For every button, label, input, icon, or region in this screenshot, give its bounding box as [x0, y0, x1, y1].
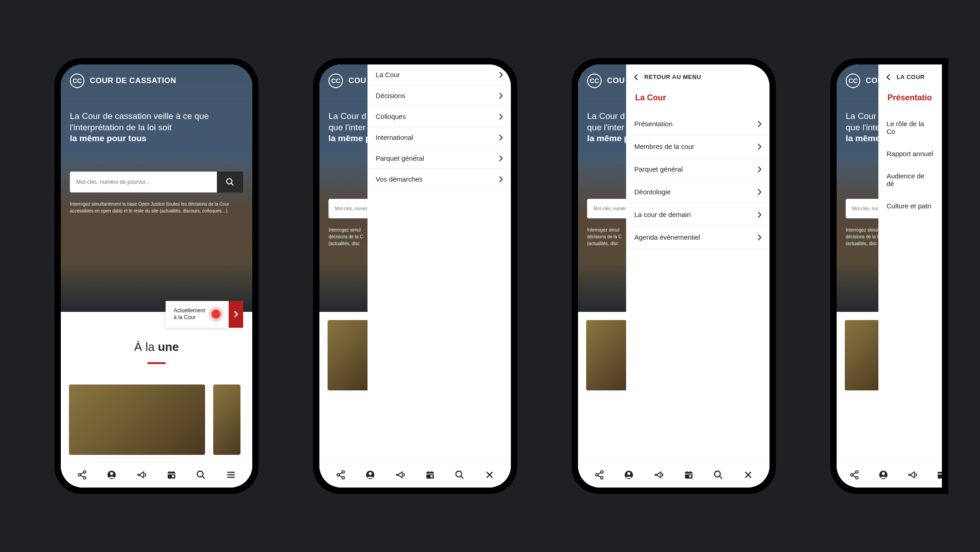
svg-point-54: [856, 476, 858, 479]
svg-point-32: [456, 471, 462, 477]
menu-back-label: LA COUR: [897, 74, 925, 80]
svg-line-49: [720, 476, 722, 478]
menu-item-parquet[interactable]: Parquet général: [368, 148, 511, 169]
menu-section-title: La Cour: [626, 88, 769, 113]
svg-line-56: [853, 475, 856, 477]
phone-mockup-4: CCCOU La Cour dque l'interla même p Inte…: [830, 58, 948, 494]
svg-line-23: [339, 472, 342, 474]
svg-point-21: [337, 473, 340, 476]
menu-item-membres[interactable]: Membres de la cour: [626, 135, 769, 158]
live-label-1: Actuellement: [174, 307, 205, 314]
live-card-arrow[interactable]: [229, 301, 243, 328]
news-card: [328, 320, 368, 390]
calendar-icon[interactable]: [936, 469, 942, 480]
user-icon[interactable]: [878, 469, 888, 480]
menu-item-demarches[interactable]: Vos démarches: [368, 169, 511, 190]
menu-item-international[interactable]: International: [368, 127, 511, 148]
brand-logo-icon: CC: [846, 74, 860, 88]
svg-line-16: [202, 476, 205, 478]
tagline-line-2: la même pour tous: [70, 133, 147, 143]
menu-item-deontologie[interactable]: Déontologie: [626, 181, 769, 203]
screen: CCCOU La Cour dque l'interla même p Inte…: [578, 64, 769, 488]
bottom-nav: [319, 461, 511, 488]
search-icon[interactable]: [454, 469, 465, 480]
svg-line-6: [81, 475, 83, 477]
svg-rect-45: [689, 475, 691, 477]
menu-item-audience[interactable]: Audience de dé: [878, 165, 942, 195]
news-section: À la une Mme: [61, 312, 252, 455]
menu-back-button[interactable]: RETOUR AU MENU: [626, 64, 769, 88]
close-icon[interactable]: [743, 469, 754, 480]
hero-section: CC COUR DE CASSATION La Cour de cassatio…: [61, 64, 252, 312]
menu-back-label: RETOUR AU MENU: [644, 74, 701, 80]
chevron-left-icon: [887, 74, 890, 80]
search-bar: [70, 172, 243, 192]
news-card[interactable]: [69, 384, 205, 455]
svg-point-15: [197, 471, 203, 477]
svg-point-58: [882, 472, 885, 475]
megaphone-icon[interactable]: [907, 469, 917, 480]
menu-item-cour-demain[interactable]: La cour de demain: [626, 203, 769, 226]
svg-rect-59: [938, 472, 942, 478]
share-icon[interactable]: [849, 469, 859, 480]
bottom-nav: [61, 461, 252, 488]
chevron-right-icon: [758, 189, 761, 195]
search-icon[interactable]: [713, 469, 724, 480]
bottom-nav: [837, 461, 942, 488]
chevron-right-icon: [758, 121, 761, 127]
menu-item-presentation[interactable]: Présentation: [626, 113, 769, 135]
chevron-right-icon: [758, 234, 761, 241]
svg-line-39: [598, 472, 601, 474]
menu-item-colloques[interactable]: Colloques: [368, 106, 511, 127]
screen: CCCOU La Cour dque l'interla même p Inte…: [837, 64, 942, 488]
chevron-right-icon: [758, 212, 761, 218]
menu-item-decisions[interactable]: Décisions: [368, 85, 511, 106]
chevron-left-icon: [634, 74, 638, 80]
svg-point-26: [369, 472, 372, 475]
svg-point-53: [851, 473, 853, 476]
news-card[interactable]: Mme: [213, 384, 240, 455]
user-icon[interactable]: [623, 469, 634, 480]
close-icon[interactable]: [484, 469, 495, 480]
menu-drawer: RETOUR AU MENU La Cour Présentation Memb…: [626, 64, 769, 461]
svg-line-24: [339, 475, 342, 477]
share-icon[interactable]: [77, 469, 88, 480]
svg-point-48: [715, 471, 720, 477]
calendar-icon[interactable]: [166, 469, 177, 480]
menu-icon[interactable]: [225, 469, 236, 480]
screen: CCCOU La Cour dque l'interla même p Inte…: [319, 64, 511, 488]
menu-item-culture[interactable]: Culture et patri: [878, 195, 942, 217]
svg-point-0: [227, 179, 232, 184]
svg-line-5: [81, 472, 83, 474]
share-icon[interactable]: [594, 469, 605, 480]
phone-mockup-3: CCCOU La Cour dque l'interla même p Inte…: [572, 58, 776, 494]
user-icon[interactable]: [106, 469, 117, 480]
svg-point-37: [596, 473, 598, 476]
svg-point-36: [601, 470, 603, 473]
menu-item-agenda[interactable]: Agenda évènementiel: [626, 226, 769, 249]
chevron-right-icon: [499, 93, 503, 99]
calendar-icon[interactable]: [683, 469, 694, 480]
menu-item-rapport[interactable]: Rapport annuel: [878, 143, 942, 165]
calendar-icon[interactable]: [425, 469, 436, 480]
live-card[interactable]: Actuellement à la Cour: [166, 301, 243, 328]
menu-back-button[interactable]: LA COUR: [878, 64, 942, 88]
menu-item-role[interactable]: Le rôle de la Co: [878, 113, 942, 143]
svg-point-38: [601, 476, 603, 479]
menu-item-la-cour[interactable]: La Cour: [368, 64, 511, 85]
share-icon[interactable]: [335, 469, 346, 480]
app-header: CC COUR DE CASSATION: [70, 74, 243, 88]
megaphone-icon[interactable]: [136, 469, 147, 480]
search-button[interactable]: [217, 172, 243, 192]
news-card: [586, 320, 627, 390]
user-icon[interactable]: [365, 469, 376, 480]
menu-item-parquet[interactable]: Parquet général: [626, 158, 769, 181]
search-input[interactable]: [70, 172, 217, 192]
megaphone-icon[interactable]: [653, 469, 664, 480]
live-dot-icon: [211, 310, 220, 319]
svg-point-2: [83, 470, 86, 473]
megaphone-icon[interactable]: [395, 469, 406, 480]
search-icon[interactable]: [196, 469, 206, 480]
brand-logo-icon: CC: [70, 74, 84, 88]
brand-logo-icon: CC: [328, 74, 343, 88]
